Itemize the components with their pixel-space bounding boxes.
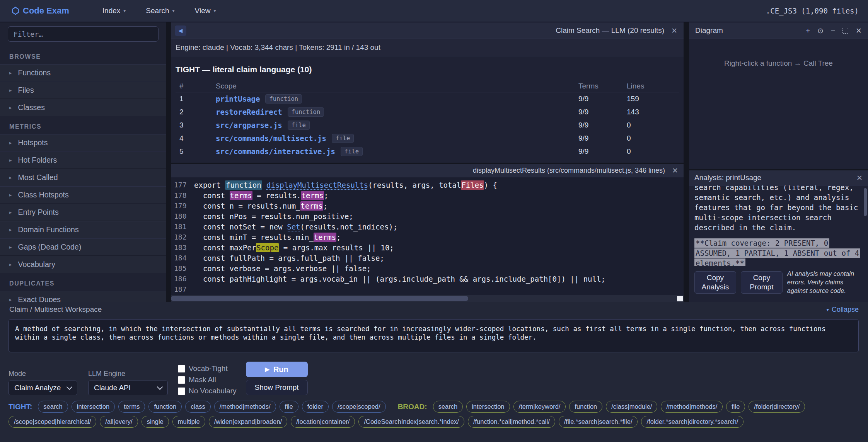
vertical-scrollbar-thumb[interactable] [864, 188, 867, 216]
vocab-chip-class-module[interactable]: /class|module/ [606, 401, 657, 413]
vocab-chip-function[interactable]: function [569, 401, 602, 413]
vocab-chip-class[interactable]: class [185, 401, 211, 413]
filter-input[interactable] [8, 26, 159, 42]
table-row[interactable]: 5src/commands/interactive.jsfile9/90 [176, 145, 679, 158]
table-row[interactable]: 3src/argparse.jsfile9/90 [176, 119, 679, 132]
vocab-chip-intersection[interactable]: intersection [72, 401, 115, 413]
fullscreen-icon[interactable] [842, 28, 848, 34]
checkbox-no-vocabulary[interactable]: No Vocabulary [178, 387, 237, 395]
close-icon[interactable]: ✕ [856, 173, 863, 182]
copy-analysis-button[interactable]: Copy Analysis [694, 271, 736, 294]
sidebar-item-classes[interactable]: ▸Classes [0, 99, 166, 116]
vocab-chip-multiple[interactable]: multiple [172, 416, 205, 428]
terms-cell: 9/9 [578, 95, 627, 103]
vocab-chip-folder-directory[interactable]: /folder|directory/ [749, 401, 805, 413]
run-button[interactable]: ▶ Run [246, 362, 308, 377]
vocab-chip-widen-expand-broaden[interactable]: /widen|expand|broaden/ [209, 416, 288, 428]
sidebar-item-hot-folders[interactable]: ▸Hot Folders [0, 151, 166, 169]
checkbox-box[interactable] [178, 365, 185, 372]
broad-label: BROAD: [398, 403, 427, 411]
vocab-chip-function[interactable]: function [148, 401, 182, 413]
line-text: const fullPath = args.full_path || false… [194, 254, 384, 262]
claim-text-input[interactable]: A method of searching, in which the inte… [9, 319, 859, 352]
table-row[interactable]: 1printUsagefunction9/9159 [176, 92, 679, 105]
close-icon[interactable]: ✕ [671, 26, 677, 35]
sidebar-item-exact-dupes[interactable]: ▸Exact Dupes [0, 291, 166, 302]
chevron-down-icon: ▾ [826, 307, 829, 313]
vocab-chip-function-call-method-call[interactable]: /function.*call|method.*call/ [468, 416, 555, 428]
sidebar-sections: BROWSE▸Functions▸Files▸ClassesMETRICS▸Ho… [0, 46, 166, 302]
index-status: .CE_JS3 (1,090 files) [766, 7, 868, 15]
sidebar-item-class-hotspots[interactable]: ▸Class Hotspots [0, 186, 166, 204]
checkbox-mask-all[interactable]: Mask All [178, 376, 237, 384]
chevron-right-icon: ▸ [9, 192, 12, 198]
scope-link[interactable]: src/commands/interactive.js [216, 147, 335, 156]
horizontal-scrollbar[interactable] [171, 295, 684, 302]
checkbox-box[interactable] [178, 388, 185, 395]
lines-cell: 0 [627, 134, 679, 143]
vocab-chip-method-methods[interactable]: /method|methods/ [661, 401, 723, 413]
menu-search[interactable]: Search▾ [146, 7, 174, 15]
vocab-chip-file-search-search-file[interactable]: /file.*search|search.*file/ [559, 416, 638, 428]
vocab-chip-scope-scoped[interactable]: /scope|scoped/ [332, 401, 386, 413]
vocab-chip-term-keyword[interactable]: /term|keyword/ [513, 401, 566, 413]
show-prompt-button[interactable]: Show Prompt [246, 380, 308, 395]
table-row[interactable]: 4src/commands/multisect.jsfile9/90 [176, 132, 679, 145]
llm-engine-select[interactable]: Claude API [88, 381, 168, 395]
sidebar-item-gaps-dead-code[interactable]: ▸Gaps (Dead Code) [0, 238, 166, 256]
scope-link[interactable]: src/argparse.js [216, 121, 282, 129]
sidebar-item-entry-points[interactable]: ▸Entry Points [0, 204, 166, 221]
checkbox-box[interactable] [178, 376, 185, 384]
chevron-down-icon [67, 384, 73, 390]
reset-view-icon[interactable]: ⊙ [817, 27, 824, 34]
menu-index[interactable]: Index▾ [102, 7, 126, 15]
vocab-chip-file[interactable]: file [280, 401, 298, 413]
scrollbar-thumb[interactable] [171, 296, 468, 301]
vocab-chip-search[interactable]: search [433, 401, 463, 413]
scope-link[interactable]: printUsage [216, 95, 260, 103]
sidebar-item-hotspots[interactable]: ▸Hotspots [0, 134, 166, 151]
vocab-chip-terms[interactable]: terms [118, 401, 145, 413]
menu-view[interactable]: View▾ [195, 7, 216, 15]
scope-link[interactable]: src/commands/multisect.js [216, 134, 326, 143]
vocab-chip-file[interactable]: file [726, 401, 745, 413]
zoom-out-icon[interactable]: − [831, 27, 835, 34]
code-text: ) { [484, 181, 497, 189]
vocab-chip-folder-search-directory-search[interactable]: /folder.*search|directory.*search/ [641, 416, 744, 428]
vocab-chip-single[interactable]: single [142, 416, 169, 428]
lines-cell: 159 [627, 95, 679, 103]
code-viewer-panel: displayMultisectResults (src/commands/mu… [171, 164, 684, 302]
sidebar-item-most-called[interactable]: ▸Most Called [0, 169, 166, 186]
vocab-chip-intersection[interactable]: intersection [466, 401, 510, 413]
code-text: const pathHighlight = args.vocab_in || (… [194, 275, 605, 283]
vocab-chip-folder[interactable]: folder [302, 401, 329, 413]
sidebar-item-functions[interactable]: ▸Functions [0, 64, 166, 82]
back-button[interactable]: ◀ [175, 26, 186, 36]
checkbox-vocab-tight[interactable]: Vocab-Tight [178, 364, 237, 373]
vocab-chip-search[interactable]: search [38, 401, 68, 413]
collapse-button[interactable]: ▾ Collapse [826, 306, 859, 314]
sidebar-item-label: Files [18, 86, 34, 95]
zoom-in-icon[interactable]: + [806, 27, 810, 34]
highlight-yellow: Scope [256, 243, 279, 252]
vocab-chip-all-every[interactable]: /all|every/ [100, 416, 138, 428]
vocab-chip-method-methods[interactable]: /method|methods/ [214, 401, 276, 413]
copy-prompt-button[interactable]: Copy Prompt [741, 271, 783, 294]
code-text: const maxPer [194, 243, 256, 252]
vocab-chip-location-container[interactable]: /location|container/ [291, 416, 355, 428]
scope-link[interactable]: restoreRedirect [216, 108, 282, 116]
sidebar-item-files[interactable]: ▸Files [0, 82, 166, 99]
table-row[interactable]: 2restoreRedirectfunction9/9143 [176, 105, 679, 119]
sidebar-section-metrics: METRICS [0, 116, 166, 134]
mode-select[interactable]: Claim Analyze [9, 381, 77, 395]
close-icon[interactable]: ✕ [672, 166, 678, 175]
vocab-chip-codesearchindex-search-index[interactable]: /CodeSearchIndex|search.*index/ [358, 416, 464, 428]
app-logo[interactable]: Code Exam [0, 6, 79, 16]
claim-coverage-highlight: **Claim coverage: 2 PRESENT, 0 ASSUMED, … [694, 238, 863, 266]
diagram-canvas[interactable]: Right-click a function → Call Tree [689, 39, 868, 169]
close-icon[interactable]: ✕ [856, 27, 862, 34]
vocab-chip-scope-scoped-hierarchical[interactable]: /scope|scoped|hierarchical/ [9, 416, 96, 428]
engine-info: Engine: claude | Vocab: 3,344 chars | To… [176, 43, 380, 52]
sidebar-item-vocabulary[interactable]: ▸Vocabulary [0, 256, 166, 273]
sidebar-item-domain-functions[interactable]: ▸Domain Functions [0, 221, 166, 238]
